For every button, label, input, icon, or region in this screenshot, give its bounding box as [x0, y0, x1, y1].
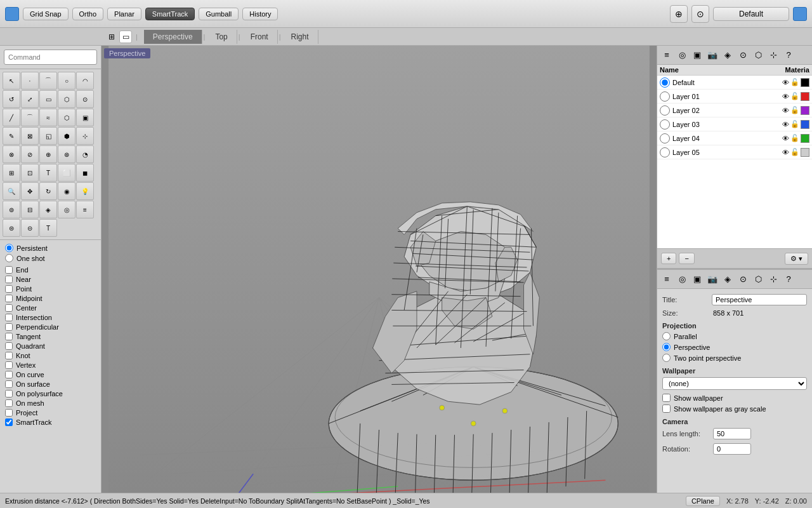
osnap-point-check[interactable]: [5, 285, 13, 293]
prop-title-input[interactable]: [712, 294, 807, 305]
osnap-tangent-check[interactable]: [5, 333, 13, 340]
layer-radio-default[interactable]: [660, 77, 670, 88]
add-layer-button[interactable]: +: [661, 253, 676, 264]
layer-color-03[interactable]: [801, 120, 809, 129]
layer-radio-01[interactable]: [660, 91, 670, 102]
prop-display-icon[interactable]: ▣: [690, 272, 704, 286]
osnap-vertex-check[interactable]: [5, 361, 13, 369]
layer-visible-icon-02[interactable]: 👁: [782, 107, 789, 114]
radio-parallel[interactable]: Parallel: [662, 332, 807, 340]
remove-layer-button[interactable]: −: [679, 253, 694, 264]
tool-orbit[interactable]: ↻: [39, 182, 57, 200]
tab-top[interactable]: Top: [206, 30, 237, 44]
layer-row-01[interactable]: Layer 01 👁 🔓: [657, 90, 812, 104]
layer-visible-icon-05[interactable]: 👁: [782, 149, 789, 156]
radio-oneshot[interactable]: One shot: [5, 254, 96, 262]
layer-visible-icon-03[interactable]: 👁: [782, 121, 789, 128]
osnap-end-check[interactable]: [5, 266, 13, 274]
layer-color-default[interactable]: [801, 78, 809, 87]
tool-arc[interactable]: ◠: [76, 72, 94, 90]
tool-solid[interactable]: ▣: [76, 109, 94, 126]
layer-row-04[interactable]: Layer 04 👁 🔓: [657, 131, 812, 145]
layer-lock-icon-default[interactable]: 🔓: [790, 78, 799, 86]
tool-curve[interactable]: ⌒: [39, 72, 57, 90]
tool-polygon[interactable]: ⬡: [58, 90, 75, 108]
layer-radio-05[interactable]: [660, 147, 670, 157]
layer-lock-icon-03[interactable]: 🔓: [790, 120, 799, 128]
layer-color-04[interactable]: [801, 134, 809, 143]
show-wallpaper-gray-check[interactable]: [662, 404, 671, 413]
viewport[interactable]: Perspective: [102, 46, 657, 493]
layer-visible-icon-04[interactable]: 👁: [782, 135, 789, 142]
tool-circle[interactable]: ○: [58, 72, 75, 90]
tool-rotate[interactable]: ↺: [3, 90, 20, 108]
radio-oneshot-input[interactable]: [5, 254, 13, 262]
osnap-onmesh-check[interactable]: [5, 399, 13, 407]
tool-surface[interactable]: ◱: [39, 127, 57, 145]
osnap-smarttrack-check[interactable]: [5, 418, 13, 426]
osnap-knot-check[interactable]: [5, 352, 13, 359]
osnap-intersection-check[interactable]: [5, 314, 13, 321]
layer-color-01[interactable]: [801, 92, 809, 101]
command-input[interactable]: [4, 50, 97, 65]
osnap-project-check[interactable]: [5, 409, 13, 417]
osnap-midpoint-check[interactable]: [5, 295, 13, 302]
tool-mesh[interactable]: ⊠: [21, 127, 39, 145]
tool-cage[interactable]: ⊟: [21, 201, 39, 218]
prop-help-icon[interactable]: ?: [782, 272, 796, 286]
tool-light[interactable]: 💡: [76, 182, 94, 200]
tool-misc[interactable]: ≡: [76, 201, 94, 218]
tool-line[interactable]: ╱: [3, 109, 20, 126]
prop-render-icon[interactable]: ◎: [675, 272, 689, 286]
radio-two-point[interactable]: Two point perspective: [662, 354, 807, 362]
tool-offset[interactable]: ⊹: [76, 127, 94, 145]
tool-extrude[interactable]: ⬢: [58, 127, 75, 145]
prop-lens-input[interactable]: [713, 428, 751, 439]
layer-settings-button[interactable]: ⚙ ▾: [785, 253, 808, 265]
tool-rect[interactable]: ▭: [39, 90, 57, 108]
smarttrack-button[interactable]: SmartTrack: [145, 8, 195, 20]
layer-color-05[interactable]: [801, 148, 809, 157]
tool-extra2[interactable]: ⊝: [21, 219, 39, 237]
cplane-button[interactable]: CPlane: [686, 496, 720, 506]
tool-zoom[interactable]: 🔍: [3, 182, 20, 200]
layer-lock-icon-05[interactable]: 🔓: [790, 148, 799, 156]
osnap-center-check[interactable]: [5, 304, 13, 312]
grid-snap-button[interactable]: Grid Snap: [23, 8, 69, 20]
tool-select[interactable]: ↖: [3, 72, 20, 90]
right-toolbar-icon8[interactable]: ⊹: [766, 48, 780, 62]
tool-ellipse[interactable]: ⊙: [76, 90, 94, 108]
layer-row-02[interactable]: Layer 02 👁 🔓: [657, 104, 812, 117]
show-wallpaper-row[interactable]: Show wallpaper: [662, 394, 807, 402]
layer-radio-02[interactable]: [660, 105, 670, 116]
tool-subobj[interactable]: ◈: [39, 201, 57, 218]
wallpaper-select[interactable]: (none): [662, 377, 807, 390]
tool-fillet[interactable]: ◔: [76, 145, 94, 163]
tool-pan[interactable]: ✥: [21, 182, 39, 200]
layer-lock-icon-01[interactable]: 🔓: [790, 92, 799, 100]
layer-visible-icon-01[interactable]: 👁: [782, 93, 789, 100]
layer-radio-03[interactable]: [660, 119, 670, 130]
tool-join[interactable]: ⊕: [39, 145, 57, 163]
osnap-quadrant-check[interactable]: [5, 342, 13, 350]
tool-trim[interactable]: ⊗: [3, 145, 20, 163]
osnap-perpendicular-check[interactable]: [5, 323, 13, 331]
vp-icon-single[interactable]: ▭: [119, 30, 132, 43]
layer-color-02[interactable]: [801, 106, 809, 115]
focus-icon[interactable]: ⊕: [670, 5, 688, 23]
radio-persistent-input[interactable]: [5, 244, 13, 252]
tool-mirror[interactable]: ⤢: [21, 90, 39, 108]
tool-edit[interactable]: ✎: [3, 127, 20, 145]
radio-two-point-input[interactable]: [662, 354, 671, 362]
ortho-button[interactable]: Ortho: [72, 8, 104, 20]
vp-icon-grid[interactable]: ⊞: [105, 30, 118, 43]
tool-text[interactable]: T: [39, 164, 57, 182]
tool-split[interactable]: ⊘: [21, 145, 39, 163]
layer-radio-04[interactable]: [660, 133, 670, 144]
tool-boolean[interactable]: ⊛: [58, 145, 75, 163]
camera-panel-icon[interactable]: 📷: [705, 48, 719, 62]
layer-row-03[interactable]: Layer 03 👁 🔓: [657, 117, 812, 131]
layer-row-default[interactable]: Default 👁 🔓: [657, 76, 812, 90]
tool-extra1[interactable]: ⊜: [3, 219, 20, 237]
tool-point[interactable]: ·: [21, 72, 39, 90]
